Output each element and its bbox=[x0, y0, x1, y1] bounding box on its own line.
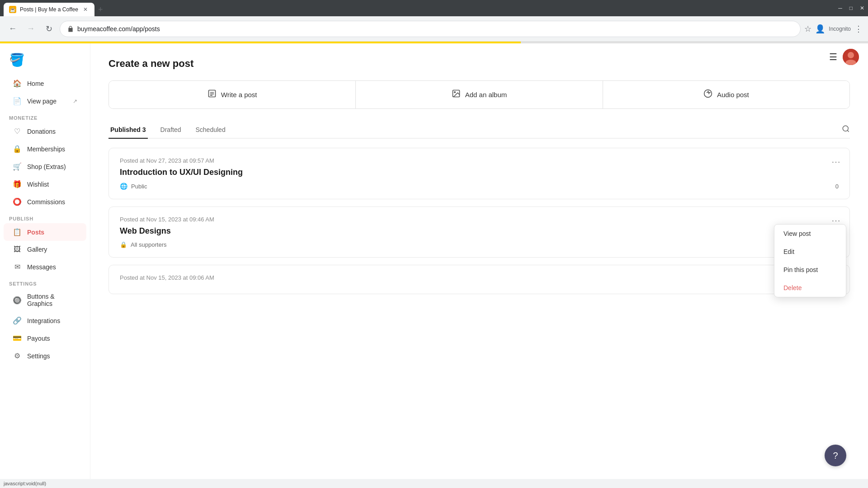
post-title-2: Web Designs bbox=[120, 226, 839, 236]
post-meta-1: Posted at Nov 27, 2023 at 09:57 AM bbox=[120, 157, 839, 164]
sidebar-item-label: Settings bbox=[27, 352, 50, 360]
main-content: ☰ Create a new post bbox=[90, 43, 868, 479]
sidebar-item-posts[interactable]: 📋 Posts bbox=[4, 223, 86, 241]
bookmark-icon[interactable]: ☆ bbox=[804, 24, 811, 34]
sidebar-item-memberships[interactable]: 🔒 Memberships bbox=[4, 140, 86, 158]
add-album-button[interactable]: Add an album bbox=[356, 81, 603, 108]
close-button[interactable]: ✕ bbox=[860, 5, 864, 11]
sidebar-item-label: Payouts bbox=[27, 335, 50, 342]
sidebar-item-label: Wishlist bbox=[27, 181, 49, 188]
commissions-icon: ⭕ bbox=[13, 197, 22, 206]
tab-scheduled[interactable]: Scheduled bbox=[194, 122, 227, 139]
address-bar[interactable]: buymeacoffee.com/app/posts bbox=[60, 21, 801, 37]
sidebar-item-commissions[interactable]: ⭕ Commissions bbox=[4, 193, 86, 211]
hamburger-menu-icon[interactable]: ☰ bbox=[829, 52, 837, 62]
status-bar-text: javascript:void(null) bbox=[4, 481, 46, 486]
sidebar-item-integrations[interactable]: 🔗 Integrations bbox=[4, 312, 86, 329]
pin-post-menu-item[interactable]: Pin this post bbox=[774, 261, 846, 279]
active-tab[interactable]: ☕ Posts | Buy Me a Coffee ✕ bbox=[4, 3, 94, 16]
page-title: Create a new post bbox=[108, 58, 850, 70]
forward-button[interactable]: → bbox=[24, 22, 38, 36]
minimize-button[interactable]: ─ bbox=[838, 5, 842, 11]
svg-line-11 bbox=[847, 130, 849, 131]
shop-icon: 🛒 bbox=[13, 162, 22, 171]
sidebar-item-view-page[interactable]: 📄 View page ↗ bbox=[4, 92, 86, 110]
home-icon: 🏠 bbox=[13, 79, 22, 88]
write-post-label: Write a post bbox=[221, 91, 257, 99]
view-post-menu-item[interactable]: View post bbox=[774, 225, 846, 243]
section-label-settings: SETTINGS bbox=[0, 276, 90, 288]
post-visibility-label-1: Public bbox=[131, 183, 147, 190]
sidebar-item-label: Gallery bbox=[27, 246, 47, 253]
sidebar-item-label: Commissions bbox=[27, 198, 65, 206]
user-avatar[interactable] bbox=[843, 49, 859, 65]
audio-post-label: Audio post bbox=[717, 91, 749, 99]
lock-secure-icon bbox=[67, 26, 74, 32]
tab-favicon: ☕ bbox=[9, 6, 16, 13]
write-post-button[interactable]: Write a post bbox=[109, 81, 356, 108]
post-card-3: Posted at Nov 15, 2023 at 09:06 AM ⋯ bbox=[108, 265, 850, 294]
sidebar-item-label: Integrations bbox=[27, 317, 60, 324]
sidebar-item-label: Messages bbox=[27, 263, 56, 271]
svg-point-1 bbox=[848, 52, 854, 58]
post-card-2: Posted at Nov 15, 2023 at 09:46 AM Web D… bbox=[108, 206, 850, 258]
profile-icon[interactable]: 👤 bbox=[815, 24, 825, 34]
post-meta-3: Posted at Nov 15, 2023 at 09:06 AM bbox=[120, 274, 839, 281]
address-text: buymeacoffee.com/app/posts bbox=[77, 25, 160, 33]
post-options-button-2[interactable]: ⋯ bbox=[831, 216, 840, 225]
sidebar-item-donations[interactable]: ♡ Donations bbox=[4, 122, 86, 140]
sidebar-logo: 🪣 bbox=[0, 49, 90, 75]
sidebar-item-home[interactable]: 🏠 Home bbox=[4, 75, 86, 92]
window-controls: ─ □ ✕ bbox=[838, 5, 864, 11]
add-album-label: Add an album bbox=[465, 91, 507, 99]
extensions-icon[interactable]: ⋮ bbox=[854, 24, 863, 34]
post-options-button-1[interactable]: ⋯ bbox=[831, 157, 840, 166]
sidebar-item-payouts[interactable]: 💳 Payouts bbox=[4, 329, 86, 347]
messages-icon: ✉ bbox=[13, 263, 22, 271]
incognito-label: Incognito bbox=[829, 26, 851, 32]
lock-icon: 🔒 bbox=[13, 145, 22, 153]
sidebar-item-gallery[interactable]: 🖼 Gallery bbox=[4, 241, 86, 258]
maximize-button[interactable]: □ bbox=[849, 5, 853, 11]
sidebar-item-label: View page bbox=[27, 98, 57, 105]
heart-icon: ♡ bbox=[13, 127, 22, 136]
gallery-icon: 🖼 bbox=[13, 245, 22, 253]
sidebar-item-label: Home bbox=[27, 80, 44, 87]
audio-post-button[interactable]: Audio post bbox=[603, 81, 849, 108]
settings-icon: ⚙ bbox=[13, 352, 22, 360]
question-mark-icon: ? bbox=[833, 450, 838, 461]
sidebar: 🪣 🏠 Home 📄 View page ↗ MONETIZE ♡ Donati… bbox=[0, 43, 90, 479]
tab-published[interactable]: Published 3 bbox=[108, 122, 148, 139]
sidebar-item-settings[interactable]: ⚙ Settings bbox=[4, 347, 86, 365]
sidebar-item-shop[interactable]: 🛒 Shop (Extras) bbox=[4, 158, 86, 175]
status-bar: javascript:void(null) bbox=[0, 479, 868, 488]
browser-window: ☕ Posts | Buy Me a Coffee ✕ + ─ □ ✕ ← → … bbox=[0, 0, 868, 488]
sidebar-item-label: Shop (Extras) bbox=[27, 163, 66, 170]
tab-close-button[interactable]: ✕ bbox=[82, 6, 89, 13]
help-button[interactable]: ? bbox=[825, 445, 846, 466]
posts-tabs: Published 3 Drafted Scheduled bbox=[108, 122, 850, 139]
delete-menu-item[interactable]: Delete bbox=[774, 279, 846, 297]
sidebar-item-wishlist[interactable]: 🎁 Wishlist bbox=[4, 175, 86, 193]
back-button[interactable]: ← bbox=[5, 22, 20, 36]
sidebar-item-messages[interactable]: ✉ Messages bbox=[4, 258, 86, 276]
app-topbar: ☰ bbox=[829, 49, 859, 65]
payouts-icon: 💳 bbox=[13, 334, 22, 343]
wishlist-icon: 🎁 bbox=[13, 180, 22, 188]
section-label-monetize: MONETIZE bbox=[0, 110, 90, 122]
tab-strip: ☕ Posts | Buy Me a Coffee ✕ + bbox=[4, 0, 106, 16]
post-card-1: Posted at Nov 27, 2023 at 09:57 AM Intro… bbox=[108, 148, 850, 199]
post-footer-2: 🔒 All supporters 0 Like 0 Comment bbox=[120, 241, 839, 248]
browser-tab-bar: ☕ Posts | Buy Me a Coffee ✕ + ─ □ ✕ bbox=[0, 0, 868, 16]
post-stats-1: 0 bbox=[835, 183, 839, 190]
sidebar-item-buttons-graphics[interactable]: 🔘 Buttons & Graphics bbox=[4, 288, 86, 312]
integrations-icon: 🔗 bbox=[13, 316, 22, 325]
tab-drafted[interactable]: Drafted bbox=[159, 122, 183, 139]
edit-menu-item[interactable]: Edit bbox=[774, 243, 846, 261]
app-layout: 🪣 🏠 Home 📄 View page ↗ MONETIZE ♡ Donati… bbox=[0, 43, 868, 479]
create-post-options: Write a post Add an album bbox=[108, 80, 850, 109]
new-tab-button[interactable]: + bbox=[94, 3, 107, 16]
external-link-icon: ↗ bbox=[73, 98, 77, 104]
refresh-button[interactable]: ↻ bbox=[42, 22, 56, 36]
search-posts-button[interactable] bbox=[842, 125, 850, 135]
